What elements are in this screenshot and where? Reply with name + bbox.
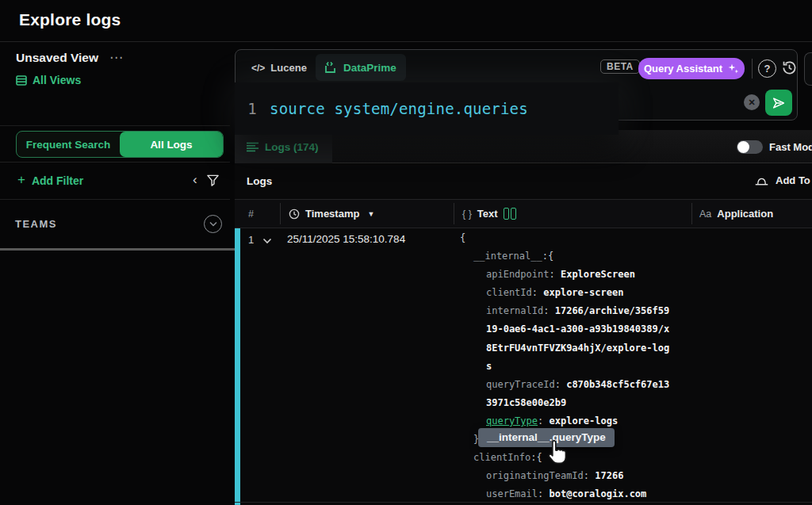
query-history-icon[interactable] <box>780 59 799 77</box>
json-line: { <box>460 229 669 247</box>
log-lines-icon <box>247 142 259 152</box>
sidebar-divider <box>0 125 230 126</box>
view-row: Unsaved View ⋯ <box>16 51 124 65</box>
editor-line-number: 1 <box>235 100 270 117</box>
query-assistant-button[interactable]: Query Assistant <box>638 58 745 79</box>
json-line: internalId: 17266/archive/356f59 <box>460 302 669 320</box>
filter-funnel-icon[interactable] <box>206 174 220 187</box>
all-views-link[interactable]: All Views <box>16 74 81 86</box>
json-value: 19-0ae6-4ac1-a300-a93b19840389/x <box>486 323 669 335</box>
column-header-row: # Timestamp ▼ { } Text Aa Application <box>235 199 812 228</box>
column-text[interactable]: { } Text <box>462 200 516 228</box>
help-icon[interactable]: ? <box>758 59 776 78</box>
add-to-label: Add To <box>776 174 810 186</box>
teams-expand-icon[interactable] <box>204 215 222 233</box>
collapse-chevron-icon[interactable]: ‹ <box>193 172 197 188</box>
column-application[interactable]: Aa Application <box>699 200 773 228</box>
hand-cursor-icon <box>543 438 570 468</box>
json-line: clientId: explore-screen <box>460 284 669 302</box>
clear-icon: ✕ <box>748 98 755 108</box>
row-index: 1 <box>248 234 254 246</box>
json-line: queryTraceId: c870b348cf5cf67e13 <box>460 376 669 394</box>
row-divider <box>235 502 812 503</box>
json-value: explore-screen <box>543 287 623 298</box>
json-key: : <box>538 415 549 427</box>
page-title: Explore logs <box>19 10 121 29</box>
json-key: originatingTeamId <box>486 470 584 481</box>
json-value: explore-logs <box>549 415 618 427</box>
json-value: 17266/archive/356f59 <box>555 305 670 316</box>
sort-desc-icon[interactable]: ▼ <box>367 210 374 218</box>
help-glyph: ? <box>764 63 771 75</box>
lucene-label: Lucene <box>270 62 307 74</box>
fast-mode-control: Fast Mode <box>737 130 812 163</box>
query-text[interactable]: source system/engine.queries <box>270 100 528 117</box>
add-filter-label: Add Filter <box>32 174 83 187</box>
clock-icon <box>289 209 300 220</box>
column-index[interactable]: # <box>248 200 254 228</box>
add-filter-row: + Add Filter ‹ <box>0 162 230 200</box>
tab-dataprime[interactable]: DataPrime <box>316 54 406 81</box>
code-icon: </> <box>251 63 265 74</box>
sparkles-icon <box>728 63 739 75</box>
json-key: clientInfo <box>473 452 530 463</box>
json-value: 8EtrFU4vnTFVZK9a4hjX/explore-log <box>486 342 669 354</box>
json-key-hovered[interactable]: queryType <box>486 415 538 427</box>
add-filter-button[interactable]: + Add Filter <box>17 174 83 188</box>
results-strip: Logs (174) Fast Mode <box>235 130 812 163</box>
explore-logs-app: Explore logs Unsaved View ⋯ All Views Fr… <box>0 0 812 505</box>
tab-lucene[interactable]: </> Lucene <box>251 62 307 74</box>
send-icon <box>772 96 786 110</box>
index-column-label: # <box>248 209 254 220</box>
beta-badge: BETA <box>600 59 640 74</box>
json-value: s <box>486 361 492 372</box>
all-views-label: All Views <box>33 74 81 86</box>
search-mode-tabs: Frequent Search All Logs <box>16 131 224 158</box>
column-divider[interactable] <box>454 203 454 224</box>
json-key: internalId <box>486 305 543 316</box>
tab-frequent-search[interactable]: Frequent Search <box>17 132 120 157</box>
side-panel-edge <box>804 52 812 86</box>
column-divider[interactable] <box>280 203 281 224</box>
timestamp-column-label: Timestamp <box>305 208 359 220</box>
column-timestamp[interactable]: Timestamp ▼ <box>289 200 374 228</box>
columns-layout-icon[interactable] <box>504 208 516 220</box>
text-column-label: Text <box>477 208 498 220</box>
selected-row-accent <box>235 228 240 505</box>
json-line: 19-0ae6-4ac1-a300-a93b19840389/x <box>460 320 669 339</box>
json-value: 3971c58e00e2b9 <box>486 397 566 408</box>
json-line: __internal__:{ <box>460 247 669 266</box>
text-format-icon: Aa <box>699 209 711 220</box>
json-key: __internal__ <box>473 251 542 262</box>
tab-logs-results[interactable]: Logs (174) <box>235 130 332 163</box>
json-key: : <box>584 470 595 481</box>
query-editor[interactable]: 1 source system/engine.queries <box>235 82 619 135</box>
run-query-button[interactable] <box>765 90 792 116</box>
logs-panel-title: Logs <box>247 175 272 187</box>
dataprime-icon <box>324 61 337 75</box>
query-assistant-label: Query Assistant <box>644 63 722 75</box>
views-table-icon <box>16 75 27 86</box>
json-key: : <box>555 379 566 390</box>
toolbar-divider <box>752 59 753 78</box>
tab-all-logs[interactable]: All Logs <box>120 132 223 157</box>
teams-section[interactable]: TEAMS <box>0 200 230 248</box>
json-value: c870b348cf5cf67e13 <box>566 379 669 390</box>
app-header: Explore logs <box>0 0 812 42</box>
json-line: 3971c58e00e2b9 <box>460 394 669 412</box>
column-divider[interactable] <box>691 203 692 224</box>
json-key: :{ <box>542 251 553 262</box>
add-to-button[interactable]: Add To <box>754 174 810 186</box>
logs-tab-label: Logs (174) <box>265 141 319 153</box>
fast-mode-toggle[interactable] <box>737 140 763 154</box>
clear-query-button[interactable]: ✕ <box>744 94 760 110</box>
more-menu-icon[interactable]: ⋯ <box>109 54 124 62</box>
json-braces-icon: { } <box>462 209 472 220</box>
row-expand-chevron-icon[interactable] <box>262 238 272 244</box>
json-key: apiEndpoint <box>486 269 549 280</box>
json-key: userEmail <box>486 488 538 499</box>
plus-icon: + <box>17 172 25 188</box>
json-key: queryTraceId <box>486 379 555 390</box>
json-key: : <box>538 488 549 499</box>
application-column-label: Application <box>717 208 773 220</box>
